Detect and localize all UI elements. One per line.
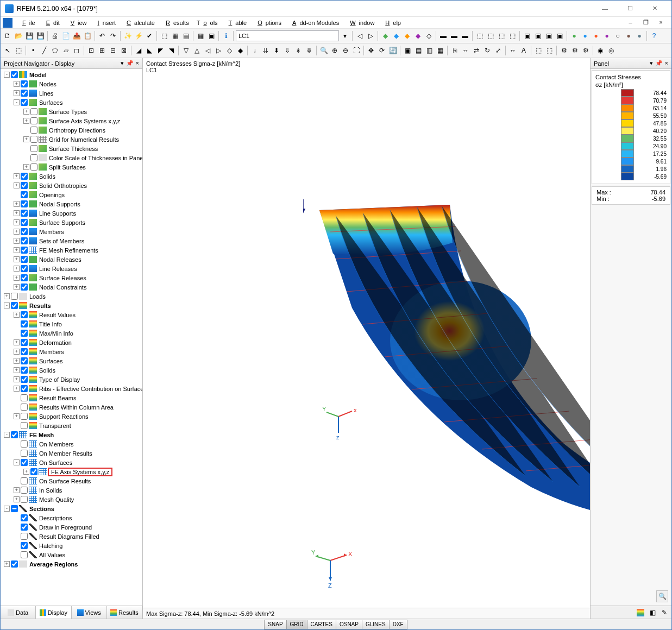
tree-node[interactable]: +Nodal Supports — [1, 199, 142, 209]
tree-node[interactable]: On Surface Results — [1, 476, 142, 486]
tab-display[interactable]: Display — [36, 606, 71, 619]
expand-icon[interactable]: + — [14, 219, 20, 225]
tree-node[interactable]: -Results — [1, 301, 142, 310]
tree-checkbox[interactable] — [21, 80, 28, 87]
close-button[interactable]: ✕ — [643, 1, 667, 16]
zoom-win-icon[interactable]: 🔍 — [319, 46, 329, 55]
expand-icon[interactable]: + — [14, 275, 20, 281]
tree-checkbox[interactable] — [21, 459, 28, 466]
tree-node[interactable]: +Mesh Quality — [1, 495, 142, 504]
tool2-icon[interactable]: ▦ — [170, 31, 180, 41]
tree-checkbox[interactable] — [21, 99, 28, 106]
e3-icon[interactable]: ◤ — [155, 46, 165, 55]
tree-checkbox[interactable] — [21, 274, 28, 281]
tree-view[interactable]: -Model+Nodes+Lines-Surfaces+Surface Type… — [1, 69, 142, 606]
ld1-icon[interactable]: ↓ — [250, 46, 260, 55]
tree-checkbox[interactable] — [11, 71, 18, 78]
pointer-icon[interactable]: ↖ — [3, 46, 12, 55]
tree-node[interactable]: +Solid Orthotropies — [1, 181, 142, 190]
tree-node[interactable]: Orthotropy Directions — [1, 125, 142, 135]
tree-checkbox[interactable] — [21, 348, 28, 355]
tree-node[interactable]: +Ribs - Effective Contribution on Surfac… — [1, 384, 142, 393]
grp2-icon[interactable]: ⬚ — [544, 46, 554, 55]
menu-results[interactable]: Results — [159, 18, 192, 27]
tree-node[interactable]: +Sets of Members — [1, 236, 142, 245]
solid-draw-icon[interactable]: ◻ — [72, 46, 81, 55]
mdi-minimize-icon[interactable]: – — [625, 18, 635, 27]
tree-checkbox[interactable] — [21, 533, 28, 540]
panel-tool-icon[interactable]: 🔍 — [656, 590, 668, 602]
tb-c-icon[interactable]: ⬚ — [497, 31, 506, 41]
dim-icon[interactable]: ↔ — [508, 46, 518, 55]
e1-icon[interactable]: ◢ — [134, 46, 143, 55]
node-draw-icon[interactable]: • — [28, 46, 38, 55]
tree-node[interactable]: +FE Mesh Refinements — [1, 245, 142, 255]
panel-dd-icon[interactable]: ▾ — [650, 60, 653, 67]
expand-icon[interactable]: + — [23, 164, 29, 170]
mod10-icon[interactable]: ● — [624, 31, 633, 41]
tree-checkbox[interactable] — [21, 219, 28, 226]
sup5-icon[interactable]: ◇ — [224, 46, 234, 55]
tree-node[interactable]: +Nodal Constraints — [1, 282, 142, 292]
tree-node[interactable]: +Solids — [1, 172, 142, 181]
mod1-icon[interactable]: ▣ — [522, 31, 532, 41]
app-menu-icon[interactable] — [3, 18, 12, 28]
scale-icon[interactable]: ⤢ — [493, 46, 503, 55]
expand-icon[interactable]: + — [14, 182, 20, 188]
statusbar-glines[interactable]: GLINES — [362, 620, 390, 629]
grp1-icon[interactable]: ⬚ — [533, 46, 543, 55]
ld6-icon[interactable]: ⤋ — [304, 46, 314, 55]
combo-dd-icon[interactable]: ▾ — [340, 31, 350, 41]
text-icon[interactable]: A — [519, 46, 529, 55]
mod6-icon[interactable]: ● — [580, 31, 590, 41]
expand-icon[interactable]: + — [14, 201, 20, 207]
vw4-icon[interactable]: ▦ — [435, 46, 445, 55]
tree-checkbox[interactable] — [21, 339, 28, 346]
mod4-icon[interactable]: ▣ — [555, 31, 564, 41]
misc5-icon[interactable]: ◎ — [606, 46, 616, 55]
tree-checkbox[interactable] — [21, 542, 28, 549]
tree-checkbox[interactable] — [30, 468, 37, 475]
cube5-icon[interactable]: ◇ — [424, 31, 434, 41]
tree-node[interactable]: Result Beams — [1, 393, 142, 402]
tree-node[interactable]: Descriptions — [1, 513, 142, 522]
ld4-icon[interactable]: ⇩ — [282, 46, 292, 55]
tree-node[interactable]: +Support Reactions — [1, 412, 142, 421]
mod5-icon[interactable]: ● — [569, 31, 579, 41]
tree-checkbox[interactable] — [21, 551, 28, 558]
d4-icon[interactable]: ⊠ — [119, 46, 129, 55]
tree-node[interactable]: +Surface Axis Systems x,y,z — [1, 116, 142, 125]
tree-checkbox[interactable] — [30, 127, 37, 134]
tree-checkbox[interactable] — [30, 136, 37, 143]
nav-pin-icon[interactable]: 📌 — [126, 60, 134, 67]
vw2-icon[interactable]: ▤ — [413, 46, 423, 55]
tree-checkbox[interactable] — [21, 440, 28, 448]
tree-checkbox[interactable] — [30, 108, 37, 115]
tab-views[interactable]: Views — [72, 606, 107, 619]
panel-close-icon[interactable]: × — [665, 60, 668, 67]
tree-checkbox[interactable] — [30, 117, 37, 124]
tree-node[interactable]: Color Scale of Thicknesses in Panel — [1, 153, 142, 162]
zoom-out-icon[interactable]: ⊖ — [341, 46, 350, 55]
ld5-icon[interactable]: ↡ — [293, 46, 303, 55]
tab-results[interactable]: Results — [107, 606, 142, 619]
expand-icon[interactable]: + — [14, 173, 20, 179]
open-icon[interactable]: 📂 — [14, 31, 23, 41]
tree-node[interactable]: -Model — [1, 70, 142, 79]
tree-node[interactable]: Draw in Foreground — [1, 522, 142, 532]
cube1-icon[interactable]: ◆ — [380, 31, 390, 41]
expand-icon[interactable]: + — [14, 386, 20, 392]
tree-checkbox[interactable] — [11, 293, 18, 300]
report-icon[interactable]: 📋 — [83, 31, 92, 41]
model-canvas[interactable]: Contact Stresses Sigma-z [kN/m^2] LC1 — [143, 58, 590, 608]
tree-node[interactable]: Title Info — [1, 319, 142, 329]
tree-node[interactable]: +Members — [1, 347, 142, 356]
rotate-icon[interactable]: ⟳ — [377, 46, 387, 55]
e4-icon[interactable]: ◥ — [166, 46, 176, 55]
tree-checkbox[interactable] — [21, 487, 28, 494]
sup2-icon[interactable]: △ — [192, 46, 202, 55]
tree-node[interactable]: +Average Regions — [1, 559, 142, 569]
tree-checkbox[interactable] — [21, 514, 28, 521]
tree-node[interactable]: +Grid for Numerical Results — [1, 135, 142, 144]
tree-checkbox[interactable] — [21, 191, 28, 198]
